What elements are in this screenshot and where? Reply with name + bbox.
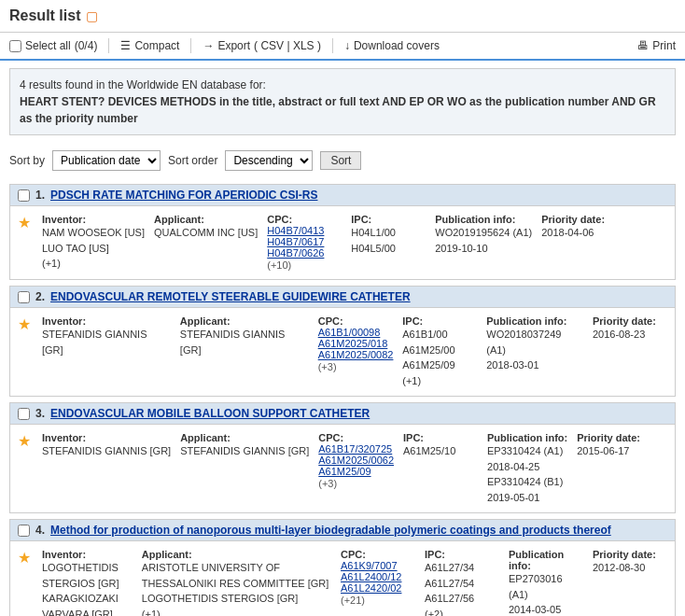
- field-group: Inventor:NAM WOOSEOK [US] LUO TAO [US] (…: [42, 214, 145, 272]
- cpc-link[interactable]: A61K9/7007: [341, 560, 415, 571]
- print-label: Print: [652, 39, 676, 52]
- result-checkbox-2[interactable]: [18, 291, 30, 303]
- field-value: STEFANIDIS GIANNIS [GR]: [180, 443, 309, 459]
- select-count: (0/4): [75, 39, 98, 52]
- cpc-link[interactable]: A61B17/320725: [318, 443, 394, 455]
- field-group: Applicant:STEFANIDIS GIANNIS [GR]: [180, 432, 309, 505]
- sort-order-label: Sort order: [168, 154, 217, 167]
- cpc-label: CPC:: [318, 315, 394, 327]
- field-group: IPC:A61M25/10: [403, 432, 478, 505]
- cpc-link[interactable]: A61M25/09: [318, 466, 394, 477]
- favorite-star[interactable]: ★: [18, 550, 31, 566]
- result-header: 1.PDSCH RATE MATCHING FOR APERIODIC CSI-…: [10, 185, 675, 206]
- result-header: 2.ENDOVASCULAR REMOTELY STEERABLE GUIDEW…: [10, 287, 675, 308]
- field-value: QUALCOMM INC [US]: [154, 225, 258, 241]
- field-label: Applicant:: [154, 214, 258, 225]
- result-number: 1.: [35, 189, 45, 202]
- cpc-link[interactable]: H04B7/0617: [267, 236, 342, 247]
- cpc-link[interactable]: H04B7/0413: [267, 225, 342, 236]
- cpc-link[interactable]: A61M2025/018: [318, 338, 394, 349]
- field-group: Applicant:STEFANIDIS GIANNIS [GR]: [180, 315, 309, 388]
- favorite-star[interactable]: ★: [18, 215, 31, 231]
- result-title-link[interactable]: ENDOVASCULAR REMOTELY STEERABLE GUIDEWIR…: [50, 290, 411, 303]
- print-button[interactable]: 🖶 Print: [637, 39, 676, 52]
- results-count: 4 results found in the Worldwide EN data…: [20, 77, 665, 93]
- cpc-link[interactable]: A61M2025/0082: [318, 349, 394, 360]
- cpc-link[interactable]: A61M2025/0062: [318, 455, 394, 466]
- cpc-group: CPC:A61K9/7007A61L2400/12A61L2420/02(+21…: [341, 549, 415, 616]
- result-item: 1.PDSCH RATE MATCHING FOR APERIODIC CSI-…: [9, 184, 676, 280]
- result-item: 3.ENDOVASCULAR MOBILE BALLOON SUPPORT CA…: [9, 402, 676, 513]
- separator-3: [332, 38, 333, 53]
- separator-1: [108, 38, 109, 53]
- field-label: Publication info:: [435, 214, 532, 225]
- field-group: Publication info:EP2703016 (A1) 2014-03-…: [509, 549, 583, 616]
- compact-button[interactable]: ☰ Compact: [120, 39, 179, 52]
- field-value: STEFANIDIS GIANNIS [GR]: [42, 443, 171, 459]
- field-label: Publication info:: [509, 549, 583, 571]
- download-icon: ↓: [344, 39, 350, 52]
- rss-icon[interactable]: ▢: [86, 8, 98, 23]
- export-formats: ( CSV | XLS ): [254, 39, 321, 52]
- field-group: Priority date:2012-08-30: [593, 549, 667, 616]
- field-label: Applicant:: [142, 549, 331, 560]
- result-checkbox-3[interactable]: [18, 408, 30, 420]
- export-button[interactable]: → Export ( CSV | XLS ): [203, 39, 321, 52]
- select-all-label[interactable]: Select all (0/4): [9, 39, 97, 52]
- star-col: ★: [18, 549, 36, 616]
- result-title-link[interactable]: ENDOVASCULAR MOBILE BALLOON SUPPORT CATH…: [50, 407, 370, 420]
- field-value: A61L27/34 A61L27/54 A61L27/56 (+2): [425, 560, 499, 616]
- field-label: IPC:: [351, 214, 426, 225]
- result-header: 4.Method for production of nanoporous mu…: [10, 520, 675, 541]
- cpc-link[interactable]: A61B1/00098: [318, 327, 394, 338]
- field-value: A61M25/10: [403, 443, 478, 459]
- field-group: Publication info:WO2018037249 (A1) 2018-…: [486, 315, 583, 388]
- select-all-checkbox[interactable]: [9, 40, 21, 52]
- field-value: A61B1/00 A61M25/00 A61M25/09 (+1): [402, 327, 477, 388]
- field-group: Inventor:STEFANIDIS GIANNIS [GR]: [42, 315, 171, 388]
- field-label: Applicant:: [180, 432, 309, 443]
- download-covers-button[interactable]: ↓ Download covers: [344, 39, 440, 52]
- result-title-link[interactable]: PDSCH RATE MATCHING FOR APERIODIC CSI-RS: [50, 189, 317, 202]
- sort-button[interactable]: Sort: [320, 151, 361, 170]
- cpc-link[interactable]: A61L2400/12: [341, 571, 415, 582]
- toolbar: Select all (0/4) ☰ Compact → Export ( CS…: [0, 33, 685, 61]
- favorite-star[interactable]: ★: [18, 433, 31, 449]
- list-icon: ☰: [120, 39, 131, 52]
- cpc-link[interactable]: H04B7/0626: [267, 247, 342, 259]
- header-bar: Result list ▢: [0, 0, 685, 33]
- field-label: Priority date:: [541, 214, 616, 225]
- field-group: Priority date:2018-04-06: [541, 214, 616, 272]
- sort-order-select[interactable]: Descending Ascending: [225, 150, 313, 171]
- field-value: STEFANIDIS GIANNIS [GR]: [42, 327, 171, 357]
- separator-2: [190, 38, 191, 53]
- result-fields: Inventor:STEFANIDIS GIANNIS [GR]Applican…: [42, 315, 667, 388]
- result-fields: Inventor:NAM WOOSEOK [US] LUO TAO [US] (…: [42, 214, 667, 272]
- field-group: Applicant:QUALCOMM INC [US]: [154, 214, 258, 272]
- favorite-star[interactable]: ★: [18, 316, 31, 332]
- cpc-more: (+21): [341, 595, 365, 606]
- result-title-link[interactable]: Method for production of nanoporous mult…: [50, 524, 611, 537]
- field-group: Inventor:LOGOTHETIDIS STERGIOS [GR] KARA…: [42, 549, 133, 616]
- compact-label: Compact: [134, 39, 179, 52]
- sort-bar: Sort by Publication date Sort order Desc…: [0, 143, 685, 178]
- result-checkbox-4[interactable]: [18, 525, 30, 537]
- download-covers-label: Download covers: [354, 39, 440, 52]
- export-label: Export: [217, 39, 250, 52]
- field-group: Publication info:WO2019195624 (A1) 2019-…: [435, 214, 532, 272]
- field-value: H04L1/00 H04L5/00: [351, 225, 426, 256]
- field-group: Publication info:EP3310424 (A1) 2018-04-…: [487, 432, 567, 505]
- cpc-group: CPC:A61B17/320725A61M2025/0062A61M25/09(…: [318, 432, 394, 505]
- print-icon: 🖶: [637, 39, 649, 52]
- field-value: LOGOTHETIDIS STERGIOS [GR] KARAGKIOZAKI …: [42, 560, 133, 616]
- field-group: Priority date:2016-08-23: [593, 315, 667, 388]
- field-value: ARISTOTLE UNIVERSITY OF THESSALONIKI RES…: [142, 560, 331, 616]
- result-fields: Inventor:STEFANIDIS GIANNIS [GR]Applican…: [42, 432, 667, 505]
- field-value: NAM WOOSEOK [US] LUO TAO [US] (+1): [42, 225, 145, 272]
- cpc-link[interactable]: A61L2420/02: [341, 582, 415, 594]
- star-col: ★: [18, 432, 36, 505]
- field-value: EP2703016 (A1) 2014-03-05: [509, 571, 583, 616]
- sort-by-select[interactable]: Publication date: [52, 150, 161, 171]
- field-group: Priority date:2015-06-17: [577, 432, 651, 505]
- result-checkbox-1[interactable]: [18, 189, 30, 202]
